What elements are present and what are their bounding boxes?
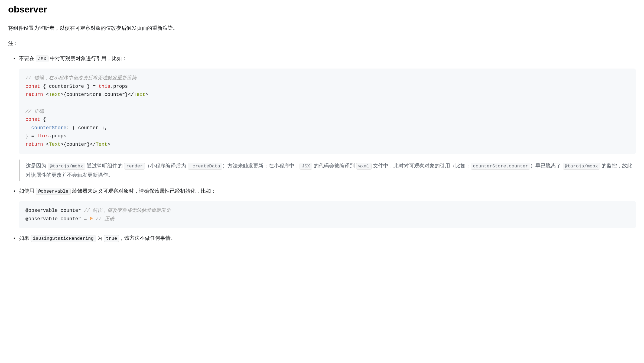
inline-code: render bbox=[124, 163, 145, 170]
code-text: < bbox=[43, 92, 49, 97]
bq-text: （小程序编译后为 bbox=[145, 163, 187, 168]
blockquote: 这是因为 @tarojs/mobx 通过监听组件的 render（小程序编译后为… bbox=[19, 160, 636, 182]
inline-code: @tarojs/mobx bbox=[48, 163, 85, 170]
bullet-text: 如果 bbox=[19, 235, 31, 241]
section-heading: observer bbox=[8, 2, 636, 17]
inline-code: @observable bbox=[36, 188, 70, 195]
code-attr: counterStore bbox=[31, 125, 67, 131]
code-tag: Text bbox=[49, 142, 60, 147]
code-block: // 错误，在小程序中值改变后将无法触发重新渲染 const { counter… bbox=[19, 69, 636, 154]
bullet-text: ，该方法不做任何事情。 bbox=[119, 235, 176, 241]
note-label: 注： bbox=[8, 39, 636, 48]
code-tag: Text bbox=[49, 92, 60, 97]
code-keyword: return bbox=[25, 142, 43, 147]
code-text: >{counter}</ bbox=[61, 142, 96, 147]
code-tag: Text bbox=[134, 92, 145, 97]
code-this: this bbox=[37, 133, 49, 139]
code-comment: // 正确 bbox=[25, 109, 44, 114]
inline-code: _createData bbox=[188, 163, 222, 170]
code-keyword: return bbox=[25, 92, 43, 97]
bq-text: ）方法来触发更新；在小程序中， bbox=[222, 163, 300, 168]
bq-text: 的代码会被编译到 bbox=[312, 163, 356, 168]
code-text: > bbox=[107, 142, 110, 147]
code-text: > bbox=[145, 92, 148, 97]
inline-code: true bbox=[104, 235, 119, 242]
code-number: 0 bbox=[90, 216, 93, 222]
bullet-text: 中对可观察对象进行引用，比如： bbox=[48, 56, 127, 61]
inline-code: JSX bbox=[300, 163, 312, 170]
code-text: >{counterStore.counter}</ bbox=[61, 92, 134, 97]
code-text: { bbox=[40, 117, 46, 122]
bullet-text: 为 bbox=[96, 235, 104, 241]
bq-text: 通过监听组件的 bbox=[85, 163, 124, 168]
inline-code: isUsingStaticRendering bbox=[31, 235, 96, 242]
code-text bbox=[25, 125, 31, 131]
bq-text: 文件中，此时对可观察对象的引用（比如： bbox=[372, 163, 471, 168]
bq-text: ）早已脱离了 bbox=[530, 163, 562, 168]
inline-code: JSX bbox=[36, 56, 48, 62]
code-text: .props bbox=[110, 84, 128, 89]
bullet-text: 装饰器来定义可观察对象时，请确保该属性已经初始化，比如： bbox=[71, 188, 216, 194]
notes-list: 不要在 JSX 中对可观察对象进行引用，比如： // 错误，在小程序中值改变后将… bbox=[8, 54, 636, 243]
code-text: : { counter }, bbox=[66, 125, 107, 131]
code-text bbox=[93, 216, 96, 222]
inline-code: wxml bbox=[356, 163, 372, 170]
list-item: 不要在 JSX 中对可观察对象进行引用，比如： // 错误，在小程序中值改变后将… bbox=[19, 54, 636, 181]
code-block: @observable counter // 错误，值改变后将无法触发重新渲染 … bbox=[19, 201, 636, 228]
code-tag: Text bbox=[96, 142, 107, 147]
code-text: @observable counter bbox=[25, 208, 84, 213]
bullet-text: 如使用 bbox=[19, 188, 36, 194]
code-comment: // 错误，值改变后将无法触发重新渲染 bbox=[84, 208, 171, 213]
inline-code: counterStore.counter bbox=[471, 163, 530, 170]
list-item: 如使用 @observable 装饰器来定义可观察对象时，请确保该属性已经初始化… bbox=[19, 187, 636, 228]
intro-paragraph: 将组件设置为监听者，以便在可观察对象的值改变后触发页面的重新渲染。 bbox=[8, 24, 636, 33]
code-text: @observable counter = bbox=[25, 216, 90, 222]
code-text: { counterStore } = bbox=[40, 84, 99, 89]
code-comment: // 错误，在小程序中值改变后将无法触发重新渲染 bbox=[25, 75, 136, 81]
code-comment: // 正确 bbox=[96, 216, 114, 222]
code-text: } = bbox=[25, 133, 37, 139]
list-item: 如果 isUsingStaticRendering 为 true，该方法不做任何… bbox=[19, 234, 636, 243]
inline-code: @tarojs/mobx bbox=[563, 163, 600, 170]
code-this: this bbox=[99, 84, 110, 89]
code-text: .props bbox=[49, 133, 66, 139]
bullet-text: 不要在 bbox=[19, 56, 36, 61]
code-keyword: const bbox=[25, 84, 40, 89]
bq-text: 这是因为 bbox=[26, 163, 48, 168]
code-text: < bbox=[43, 142, 49, 147]
code-keyword: const bbox=[25, 117, 40, 122]
